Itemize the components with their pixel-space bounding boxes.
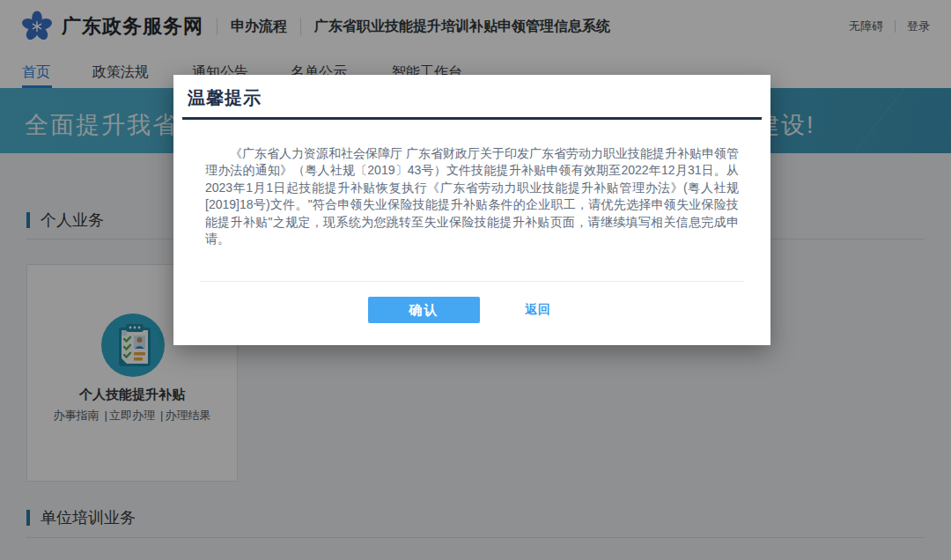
page: 广东政务服务网 申办流程 广东省职业技能提升培训补贴申领管理信息系统 无障碍 登… bbox=[0, 0, 951, 560]
back-link[interactable]: 返回 bbox=[525, 302, 551, 318]
dialog-footer-divider bbox=[200, 281, 744, 282]
dialog-title-rule bbox=[182, 117, 762, 120]
confirm-button[interactable]: 确认 bbox=[368, 297, 480, 323]
dialog-title: 温馨提示 bbox=[188, 86, 262, 110]
dialog-message: 《广东省人力资源和社会保障厅 广东省财政厅关于印发广东省劳动力职业技能提升补贴申… bbox=[205, 145, 739, 247]
reminder-dialog: 温馨提示 《广东省人力资源和社会保障厅 广东省财政厅关于印发广东省劳动力职业技能… bbox=[173, 75, 770, 345]
